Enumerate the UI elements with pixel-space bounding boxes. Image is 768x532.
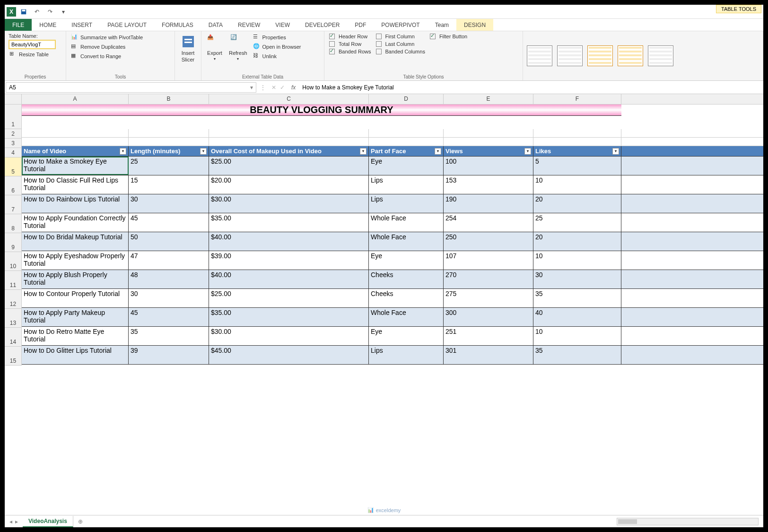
- cell[interactable]: 100: [444, 157, 533, 175]
- name-box[interactable]: A5▾: [6, 82, 256, 93]
- table-style-preview[interactable]: [527, 45, 552, 66]
- cell[interactable]: 300: [444, 308, 533, 326]
- cancel-formula-button[interactable]: ✕: [271, 84, 276, 91]
- cell[interactable]: How to Make a Smokey Eye Tutorial: [22, 157, 129, 175]
- row-header[interactable]: 7: [5, 195, 22, 214]
- cell[interactable]: 35: [533, 289, 621, 307]
- cell[interactable]: How to Do Retro Matte Eye Tutorial: [22, 327, 129, 345]
- tab-file[interactable]: FILE: [5, 19, 32, 31]
- cell[interactable]: 25: [533, 213, 621, 232]
- cell[interactable]: Whole Face: [369, 232, 444, 251]
- col-header-b[interactable]: B: [129, 94, 209, 104]
- row-header[interactable]: 10: [5, 252, 22, 271]
- cell[interactable]: 30: [533, 270, 621, 288]
- tab-home[interactable]: HOME: [32, 19, 64, 31]
- table-header[interactable]: Likes▾: [533, 146, 621, 156]
- col-header-e[interactable]: E: [444, 94, 533, 104]
- table-header[interactable]: Overall Cost of Makeup Used in Video▾: [209, 146, 369, 156]
- cell[interactable]: 47: [129, 251, 209, 270]
- tab-powerpivot[interactable]: POWERPIVOT: [374, 19, 427, 31]
- cell[interactable]: 250: [444, 232, 533, 251]
- row-header[interactable]: 11: [5, 271, 22, 290]
- table-header[interactable]: Views▾: [444, 146, 533, 156]
- tab-data[interactable]: DATA: [201, 19, 230, 31]
- undo-button[interactable]: ↶: [32, 7, 42, 17]
- cell[interactable]: How to Do Classic Full Red Lips Tutorial: [22, 175, 129, 194]
- row-header[interactable]: 12: [5, 290, 22, 309]
- filter-icon[interactable]: ▾: [360, 148, 367, 155]
- row-header[interactable]: 9: [5, 233, 22, 252]
- cell[interactable]: How to Do Bridal Makeup Tutorial: [22, 232, 129, 251]
- filter-icon[interactable]: ▾: [612, 148, 619, 155]
- row-header[interactable]: 5: [5, 157, 22, 176]
- cell[interactable]: 10: [533, 327, 621, 345]
- cell[interactable]: 30: [129, 289, 209, 307]
- tab-team[interactable]: Team: [428, 19, 456, 31]
- table-style-preview[interactable]: [648, 45, 673, 66]
- remove-dup-button[interactable]: ▤Remove Duplicates: [70, 43, 144, 51]
- insert-slicer-button[interactable]: InsertSlicer: [179, 33, 197, 63]
- cell[interactable]: 153: [444, 175, 533, 194]
- save-button[interactable]: [19, 7, 28, 17]
- title-cell[interactable]: BEAUTY VLOGGING SUMMARY: [22, 105, 621, 116]
- tab-design[interactable]: DESIGN: [456, 19, 493, 31]
- cell[interactable]: 10: [533, 251, 621, 270]
- col-header-f[interactable]: F: [533, 94, 621, 104]
- tab-pagelayout[interactable]: PAGE LAYOUT: [100, 19, 154, 31]
- cell[interactable]: How to Apply Foundation Correctly Tutori…: [22, 213, 129, 232]
- cell[interactable]: Eye: [369, 251, 444, 270]
- next-sheet-button[interactable]: ▸: [15, 518, 18, 525]
- cell[interactable]: How to Apply Party Makeup Tutorial: [22, 308, 129, 326]
- cell[interactable]: 35: [129, 327, 209, 345]
- cell[interactable]: 50: [129, 232, 209, 251]
- header-row-check[interactable]: Header Row: [328, 33, 372, 40]
- cell[interactable]: 10: [533, 175, 621, 194]
- cell[interactable]: $25.00: [209, 157, 369, 175]
- cell[interactable]: 45: [129, 308, 209, 326]
- cell[interactable]: 190: [444, 194, 533, 213]
- cell[interactable]: Whole Face: [369, 213, 444, 232]
- formula-input[interactable]: [299, 83, 763, 92]
- first-col-check[interactable]: First Column: [375, 33, 426, 40]
- cell[interactable]: 39: [129, 346, 209, 364]
- cell[interactable]: 275: [444, 289, 533, 307]
- cell[interactable]: 254: [444, 213, 533, 232]
- tab-formulas[interactable]: FORMULAS: [154, 19, 201, 31]
- last-col-check[interactable]: Last Column: [375, 41, 426, 47]
- cell[interactable]: 35: [533, 346, 621, 364]
- total-row-check[interactable]: Total Row: [328, 41, 372, 47]
- cell[interactable]: 107: [444, 251, 533, 270]
- refresh-button[interactable]: 🔄Refresh▾: [227, 33, 249, 78]
- row-header[interactable]: 8: [5, 214, 22, 233]
- tab-view[interactable]: VIEW: [268, 19, 297, 31]
- cell[interactable]: 270: [444, 270, 533, 288]
- cell[interactable]: $30.00: [209, 327, 369, 345]
- cell[interactable]: 48: [129, 270, 209, 288]
- cell[interactable]: 20: [533, 232, 621, 251]
- tab-review[interactable]: REVIEW: [230, 19, 268, 31]
- banded-rows-check[interactable]: Banded Rows: [328, 48, 372, 55]
- redo-button[interactable]: ↷: [45, 7, 55, 17]
- cell[interactable]: $35.00: [209, 213, 369, 232]
- filter-icon[interactable]: ▾: [524, 148, 531, 155]
- table-style-preview[interactable]: [587, 45, 613, 66]
- sheet-tab[interactable]: VideoAnalysis: [23, 516, 73, 527]
- cell[interactable]: 25: [129, 157, 209, 175]
- table-header[interactable]: Name of Video▾: [22, 146, 129, 156]
- pivot-button[interactable]: 📊Summarize with PivotTable: [70, 33, 144, 42]
- cell[interactable]: Cheeks: [369, 270, 444, 288]
- row-header[interactable]: 3: [5, 139, 22, 148]
- resize-table-button[interactable]: ⊞Resize Table: [9, 50, 56, 59]
- horizontal-scrollbar[interactable]: [617, 518, 759, 525]
- cell[interactable]: How to Do Glitter Lips Tutorial: [22, 346, 129, 364]
- tablename-input[interactable]: [9, 40, 56, 49]
- cell[interactable]: $40.00: [209, 232, 369, 251]
- table-header[interactable]: Length (minutes)▾: [129, 146, 209, 156]
- prev-sheet-button[interactable]: ◂: [9, 518, 12, 525]
- enter-formula-button[interactable]: ✓: [280, 84, 285, 91]
- cell[interactable]: 30: [129, 194, 209, 213]
- row-header[interactable]: 1: [5, 105, 22, 129]
- cell[interactable]: How to Contour Properly Tutorial: [22, 289, 129, 307]
- filter-button-check[interactable]: Filter Button: [429, 33, 468, 40]
- cell[interactable]: $30.00: [209, 194, 369, 213]
